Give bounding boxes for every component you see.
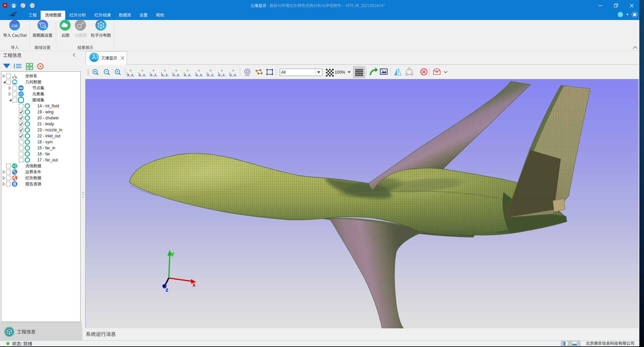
svg-text:Y: Y	[209, 69, 211, 72]
svg-text:Y: Y	[175, 69, 177, 72]
svg-text:Y: Y	[130, 69, 132, 72]
svg-text:Y: Y	[186, 69, 188, 72]
svg-text:Y: Y	[221, 69, 223, 72]
svg-text:Y: Y	[141, 69, 143, 72]
svg-text:Y: Y	[232, 69, 234, 72]
svg-text:Y: Y	[198, 69, 200, 72]
svg-text:cas: cas	[12, 23, 18, 28]
svg-text:Y: Y	[153, 69, 155, 72]
svg-text:Y: Y	[164, 69, 166, 72]
